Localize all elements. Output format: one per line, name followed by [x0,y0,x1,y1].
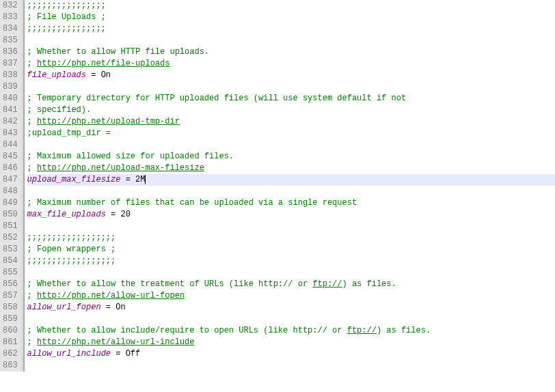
line-number: 836 [3,46,18,58]
code-line[interactable]: ;;;;;;;;;;;;;;;; [27,0,555,12]
code-line[interactable] [27,313,555,325]
code-text: ) as files. [342,279,396,289]
ini-value: 20 [120,210,130,219]
code-text: = [111,349,126,359]
code-text: ; Fopen wrappers ; [27,244,116,254]
line-number: 844 [3,139,18,151]
code-text: ;;;;;;;;;;;;;;;; [27,24,106,33]
code-line[interactable]: ;upload_tmp_dir = [27,128,555,139]
line-number: 834 [3,23,18,35]
code-line[interactable]: ; Whether to allow include/require to op… [27,325,555,337]
line-number: 862 [3,348,18,360]
line-number: 837 [3,58,18,70]
code-line[interactable]: ; Fopen wrappers ; [27,244,555,255]
line-number: 857 [3,290,18,302]
ini-key: file_uploads [27,70,86,80]
code-text: ; Whether to allow HTTP file uploads. [27,47,209,57]
line-number: 859 [3,313,18,325]
code-line[interactable]: allow_url_fopen = On [27,302,555,313]
code-text: = [120,175,135,184]
code-line[interactable]: upload_max_filesize = 2M [27,174,555,186]
code-text: ; Whether to allow include/require to op… [27,326,347,335]
code-line[interactable]: ; http://php.net/upload-tmp-dir [27,116,555,128]
code-text: ; [27,163,37,173]
code-link[interactable]: http://php.net/file-uploads [37,59,170,68]
code-line[interactable]: ; http://php.net/file-uploads [27,58,555,70]
line-number: 835 [3,35,18,46]
code-link[interactable]: ftp:// [312,279,342,289]
code-line[interactable]: ; Temporary directory for HTTP uploaded … [27,93,555,104]
line-number: 853 [3,244,18,255]
code-line[interactable]: ; specified). [27,104,555,116]
line-number: 843 [3,128,18,139]
code-text: ; [27,117,37,126]
code-link[interactable]: http://php.net/upload-max-filesize [37,163,204,173]
code-line[interactable]: allow_url_include = Off [27,348,555,360]
text-caret [145,175,146,184]
code-link[interactable]: http://php.net/allow-url-fopen [37,291,185,300]
code-line[interactable] [27,139,555,151]
code-text: ; [27,291,37,300]
line-number: 842 [3,116,18,128]
code-text: = [101,303,116,312]
code-text: ; Whether to allow the treatment of URLs… [27,279,313,289]
line-number: 863 [3,360,18,372]
code-line[interactable]: ; Maximum allowed size for uploaded file… [27,151,555,163]
code-text: = [86,70,101,80]
code-line[interactable]: file_uploads = On [27,70,555,81]
code-line[interactable]: ; http://php.net/allow-url-fopen [27,290,555,302]
code-text: ; [27,337,37,347]
ini-key: allow_url_include [27,349,111,359]
code-line[interactable]: ; http://php.net/allow-url-include [27,337,555,348]
code-line[interactable] [27,360,555,372]
code-line[interactable] [27,81,555,93]
code-area[interactable]: ;;;;;;;;;;;;;;;;; File Uploads ;;;;;;;;;… [23,0,555,372]
code-text: ;upload_tmp_dir = [27,128,111,138]
code-text: ; specified). [27,105,92,115]
code-text: ) as files. [377,326,431,335]
ini-key: max_file_uploads [27,210,106,219]
code-editor[interactable]: 8328338348358368378388398408418428438448… [0,0,555,372]
code-line[interactable]: ; Whether to allow the treatment of URLs… [27,279,555,290]
code-line[interactable]: ; File Uploads ; [27,12,555,23]
line-number: 856 [3,279,18,290]
ini-key: upload_max_filesize [27,175,121,184]
code-line[interactable]: ; http://php.net/upload-max-filesize [27,163,555,174]
code-link[interactable]: http://php.net/allow-url-include [37,337,194,347]
code-text: ;;;;;;;;;;;;;;;;;; [27,256,116,266]
line-number: 861 [3,337,18,348]
code-line[interactable]: ;;;;;;;;;;;;;;;;;; [27,255,555,267]
code-text: ; File Uploads ; [27,12,106,22]
line-number: 847 [3,174,18,186]
line-number-gutter: 8328338348358368378388398408418428438448… [0,0,23,372]
code-line[interactable]: ;;;;;;;;;;;;;;;; [27,23,555,35]
line-number: 833 [3,12,18,23]
line-number: 841 [3,104,18,116]
ini-value: On [116,303,125,312]
line-number: 845 [3,151,18,163]
code-link[interactable]: ftp:// [347,326,377,335]
code-text: ; Temporary directory for HTTP uploaded … [27,94,407,103]
line-number: 840 [3,93,18,104]
line-number: 858 [3,302,18,313]
code-line[interactable] [27,35,555,46]
line-number: 852 [3,232,18,244]
code-text: ; Maximum allowed size for uploaded file… [27,152,234,161]
code-line[interactable] [27,186,555,197]
code-line[interactable]: ; Maximum number of files that can be up… [27,197,555,209]
code-line[interactable]: max_file_uploads = 20 [27,209,555,221]
line-number: 849 [3,197,18,209]
line-number: 851 [3,221,18,232]
code-line[interactable]: ; Whether to allow HTTP file uploads. [27,46,555,58]
ini-key: allow_url_fopen [27,303,101,312]
code-line[interactable] [27,221,555,232]
line-number: 860 [3,325,18,337]
code-text: = [106,210,121,219]
code-line[interactable] [27,267,555,279]
line-number: 850 [3,209,18,221]
code-link[interactable]: http://php.net/upload-tmp-dir [37,117,180,126]
code-text: ;;;;;;;;;;;;;;;;;; [27,233,116,242]
code-line[interactable]: ;;;;;;;;;;;;;;;;;; [27,232,555,244]
line-number: 854 [3,255,18,267]
line-number: 848 [3,186,18,197]
